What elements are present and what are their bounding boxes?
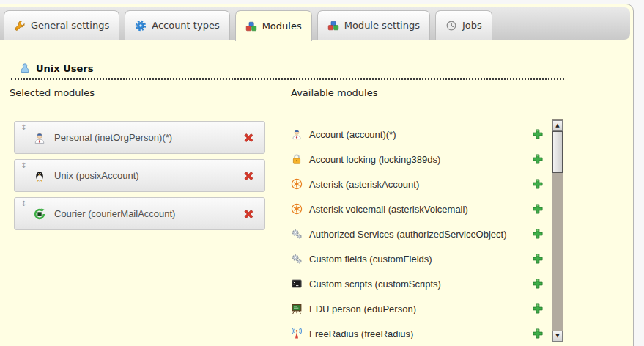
green-plus-icon[interactable] — [532, 328, 544, 339]
green-plus-icon[interactable] — [532, 278, 544, 290]
selected-module-label: Personal (inetOrgPerson)(*) — [54, 132, 172, 143]
available-module-label: EDU person (eduPerson) — [309, 303, 416, 314]
terminal-icon — [291, 278, 303, 290]
asterisk-icon — [291, 203, 303, 215]
selected-modules-list: ↕ Personal (inetOrgPerson)(*) ↕ Unix (po… — [14, 121, 265, 235]
selected-module-courier[interactable]: ↕ Courier (courierMailAccount) — [14, 197, 265, 230]
tab-label: Module settings — [344, 20, 420, 31]
available-module-authorized-services: Authorized Services (authorizedServiceOb… — [291, 227, 544, 241]
green-plus-icon[interactable] — [532, 203, 544, 215]
drag-handle-icon[interactable]: ↕ — [21, 123, 26, 131]
selected-module-personal[interactable]: ↕ Personal (inetOrgPerson)(*) — [14, 121, 265, 154]
selected-module-label: Courier (courierMailAccount) — [54, 208, 175, 219]
red-x-delete-icon[interactable] — [243, 131, 255, 144]
red-x-delete-icon[interactable] — [243, 207, 255, 220]
section-title: Unix Users — [36, 63, 93, 74]
tab-label: Modules — [262, 21, 302, 32]
scroll-down-button[interactable]: ▼ — [552, 331, 563, 342]
red-x-delete-icon[interactable] — [243, 169, 255, 182]
available-module-label: Custom fields (customFields) — [309, 254, 432, 265]
available-module-asterisk: Asterisk (asteriskAccount) — [291, 177, 544, 191]
section-header: Unix Users — [19, 62, 93, 74]
gears-icon — [291, 253, 303, 265]
tab-label: Jobs — [462, 20, 482, 31]
scroll-up-button[interactable]: ▲ — [552, 120, 563, 131]
penguin-icon — [33, 169, 46, 183]
available-modules-heading: Available modules — [291, 87, 377, 98]
drag-handle-icon[interactable]: ↕ — [21, 199, 26, 207]
settings-panel: General settings Account types Modules M… — [0, 4, 634, 346]
available-module-label: Authorized Services (authorizedServiceOb… — [309, 229, 507, 240]
clock-icon — [445, 20, 457, 32]
available-modules-scrollbar[interactable]: ▲ ▼ — [552, 119, 563, 342]
lock-icon — [291, 153, 303, 165]
person-icon — [291, 128, 303, 140]
available-module-asterisk-voicemail: Asterisk voicemail (asteriskVoicemail) — [291, 202, 544, 216]
asterisk-icon — [291, 178, 303, 190]
tab-modules[interactable]: Modules — [235, 10, 312, 41]
antenna-icon — [291, 328, 303, 339]
available-module-account: Account (account)(*) — [291, 127, 544, 141]
available-module-label: Account locking (locking389ds) — [309, 154, 440, 165]
user-icon — [19, 62, 31, 74]
section-divider — [11, 78, 564, 80]
tab-label: General settings — [31, 20, 109, 31]
green-plus-icon[interactable] — [532, 178, 544, 190]
lam-configuration-screen: General settings Account types Modules M… — [0, 0, 644, 346]
modules-tab-content: Unix Users Selected modules Available mo… — [0, 40, 634, 346]
person-icon — [33, 131, 46, 144]
tab-module-settings[interactable]: Module settings — [317, 10, 430, 40]
modules-icon — [245, 21, 257, 32]
triangle-up-icon: ▲ — [555, 123, 559, 128]
green-plus-icon[interactable] — [532, 128, 544, 140]
available-module-label: Asterisk (asteriskAccount) — [309, 179, 419, 190]
green-plus-icon[interactable] — [532, 153, 544, 165]
tab-label: Account types — [152, 20, 219, 31]
tab-general-settings[interactable]: General settings — [4, 10, 119, 40]
modules-icon — [327, 20, 339, 32]
green-plus-icon[interactable] — [532, 228, 544, 240]
wrench-icon — [14, 20, 26, 32]
scrollbar-thumb[interactable] — [552, 131, 563, 173]
selected-module-label: Unix (posixAccount) — [54, 170, 139, 181]
selected-module-unix[interactable]: ↕ Unix (posixAccount) — [14, 159, 265, 192]
triangle-down-icon: ▼ — [555, 334, 559, 339]
tab-account-types[interactable]: Account types — [125, 10, 229, 40]
available-module-custom-scripts: Custom scripts (customScripts) — [291, 276, 544, 291]
available-module-edu-person: EDU person (eduPerson) — [291, 301, 544, 316]
available-module-label: Custom scripts (customScripts) — [309, 279, 441, 290]
available-modules-list: Account (account)(*) Account locking (lo… — [291, 127, 544, 341]
tab-bar: General settings Account types Modules M… — [0, 7, 630, 40]
green-plus-icon[interactable] — [532, 253, 544, 265]
tab-jobs[interactable]: Jobs — [435, 10, 492, 40]
available-module-custom-fields: Custom fields (customFields) — [291, 251, 544, 266]
gear-icon — [135, 20, 147, 32]
board-icon — [291, 303, 303, 314]
courier-icon — [33, 207, 46, 221]
drag-handle-icon[interactable]: ↕ — [21, 161, 26, 169]
available-module-label: FreeRadius (freeRadius) — [309, 328, 413, 339]
green-plus-icon[interactable] — [532, 303, 544, 314]
available-module-label: Asterisk voicemail (asteriskVoicemail) — [309, 204, 468, 215]
available-module-freeradius: FreeRadius (freeRadius) — [291, 326, 544, 341]
gears-icon — [291, 228, 303, 240]
available-module-account-locking: Account locking (locking389ds) — [291, 152, 544, 166]
available-module-label: Account (account)(*) — [309, 129, 396, 140]
selected-modules-heading: Selected modules — [10, 87, 95, 98]
